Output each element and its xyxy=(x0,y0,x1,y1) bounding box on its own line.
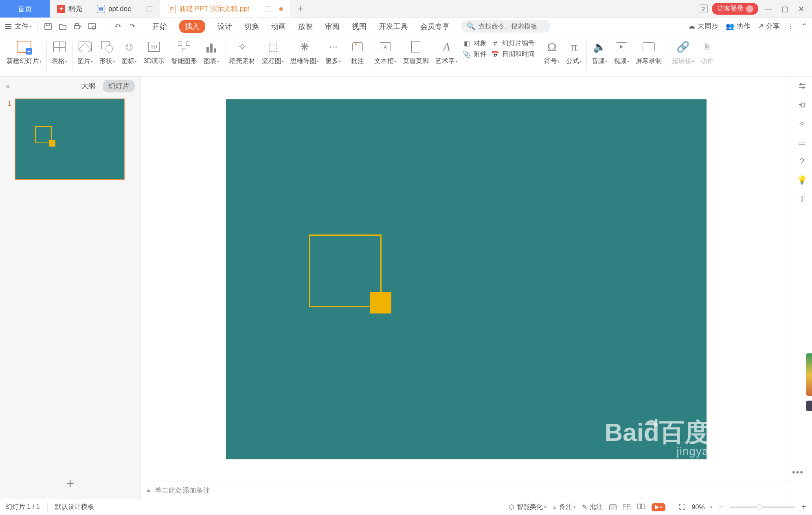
bulb-icon[interactable]: 💡 xyxy=(797,175,807,185)
adjust-icon[interactable]: ⟲ xyxy=(797,100,807,110)
sliders-icon[interactable] xyxy=(797,81,807,91)
tab-design[interactable]: 设计 xyxy=(217,22,232,31)
tab-ppt-active[interactable]: P 新建 PPT 演示文稿.ppt xyxy=(160,0,290,18)
object-button[interactable]: ◧对象 xyxy=(463,39,487,48)
slide-1[interactable] xyxy=(226,99,707,459)
dark-tab-icon[interactable] xyxy=(806,401,812,411)
reading-view-icon[interactable] xyxy=(637,503,645,511)
formula-button[interactable]: π 公式▾ xyxy=(563,38,585,76)
header-footer-button[interactable]: 页眉页脚 xyxy=(399,38,432,76)
zoom-slider[interactable] xyxy=(730,506,795,508)
comment-button[interactable]: ✦ 批注 xyxy=(348,38,367,76)
collapse-ribbon-icon[interactable]: ⌃ xyxy=(801,22,807,31)
tab-member[interactable]: 会员专享 xyxy=(420,22,450,31)
print-icon[interactable]: ▾ xyxy=(73,22,82,31)
unsync-button[interactable]: ☁未同步 xyxy=(688,22,718,31)
3d-button[interactable]: 3D 3D演示 xyxy=(140,38,168,76)
textbox-button[interactable]: A 文本框▾ xyxy=(371,38,399,76)
shape-button[interactable]: 形状▾ xyxy=(96,38,118,76)
ribbon-tabs: 开始 插入 设计 切换 动画 放映 审阅 视图 开发工具 会员专享 xyxy=(152,20,450,33)
maximize-button[interactable]: ▢ xyxy=(779,3,791,15)
more-icon[interactable]: ⋮ xyxy=(787,22,794,31)
collapse-panel-icon[interactable]: « xyxy=(6,82,10,90)
notes-placeholder: 单击此处添加备注 xyxy=(155,486,210,495)
more-button[interactable]: ⋯ 更多▾ xyxy=(322,38,344,76)
login-button[interactable]: 访客登录 xyxy=(712,3,758,15)
table-button[interactable]: 表格▾ xyxy=(48,38,70,76)
wordart-button[interactable]: A 艺术字▾ xyxy=(432,38,461,76)
share-button[interactable]: ↗分享 xyxy=(758,22,780,31)
search-input[interactable] xyxy=(478,23,545,30)
symbol-button[interactable]: Ω 符号▾ xyxy=(541,38,563,76)
new-tab-button[interactable]: + xyxy=(290,0,310,18)
beautify-button[interactable]: ⬡智能美化▾ xyxy=(509,503,546,511)
status-right: ⬡智能美化▾ ≡备注▾ ✎批注 ▾ ⛶ 90%▾ − + xyxy=(509,502,806,512)
template-label[interactable]: 默认设计模板 xyxy=(55,503,94,511)
chart-button[interactable]: 图表▾ xyxy=(200,38,222,76)
slidenum-button[interactable]: #幻灯片编号 xyxy=(492,39,535,48)
sorter-view-icon[interactable] xyxy=(623,504,630,510)
close-button[interactable]: ✕ xyxy=(795,3,807,15)
icon-button[interactable]: ☺ 图标▾ xyxy=(118,38,140,76)
flowchart-button[interactable]: ⬚ 流程图▾ xyxy=(259,38,287,76)
shape-filled-square[interactable] xyxy=(370,292,391,313)
audio-button[interactable]: 🔈 音频▾ xyxy=(588,38,610,76)
slide-thumbnail-1[interactable] xyxy=(15,99,125,180)
new-slide-button[interactable]: 新建幻灯片▾ xyxy=(3,38,45,76)
search-box[interactable]: 🔍 xyxy=(461,20,551,33)
open-icon[interactable] xyxy=(58,22,67,31)
zoom-in-button[interactable]: + xyxy=(801,502,806,512)
tab-slideshow[interactable]: 放映 xyxy=(298,22,313,31)
undo-icon[interactable]: ↶▾ xyxy=(113,22,122,31)
tab-review[interactable]: 审阅 xyxy=(325,22,340,31)
smartart-button[interactable]: 智能图形 xyxy=(168,38,200,76)
datetime-button[interactable]: 📅日期和时间 xyxy=(492,50,535,59)
tab-view[interactable]: 视图 xyxy=(352,22,366,31)
doke-resource-button[interactable]: ✧ 稻壳素材 xyxy=(226,38,259,76)
zoom-label[interactable]: 90% xyxy=(692,504,705,511)
outline-tab[interactable]: 大纲 xyxy=(81,81,95,91)
pi-icon: π xyxy=(571,40,577,54)
slide-canvas[interactable]: Baidี百度 经验 jingyan.baidu.com xyxy=(141,77,792,482)
action-button: 🖱 动作 xyxy=(697,38,717,76)
slideshow-button[interactable]: ▾ xyxy=(652,503,665,511)
tab-animation[interactable]: 动画 xyxy=(271,22,286,31)
tab-home[interactable]: 首页 xyxy=(0,0,50,18)
add-slide-button[interactable]: + xyxy=(0,468,140,499)
template-icon[interactable]: ▭ xyxy=(797,138,807,147)
collab-button[interactable]: 👥协作 xyxy=(726,22,751,31)
help-icon[interactable]: ? xyxy=(797,156,807,166)
normal-view-icon[interactable] xyxy=(609,504,617,510)
tab-devtools[interactable]: 开发工具 xyxy=(379,22,408,31)
tab-doke[interactable]: ✦ 稻壳 xyxy=(50,0,90,18)
notes-bar[interactable]: ≡ 单击此处添加备注 ••• xyxy=(141,482,792,499)
screen-record-button[interactable]: 屏幕录制 xyxy=(632,38,665,76)
textbox-icon: A xyxy=(380,42,391,51)
fit-icon[interactable]: ⛶ xyxy=(679,504,685,511)
notification-badge[interactable]: 2 xyxy=(699,4,708,13)
tab-insert[interactable]: 插入 xyxy=(179,20,205,33)
zoom-knob[interactable] xyxy=(757,504,762,510)
menu-icon[interactable] xyxy=(5,24,11,29)
slides-tab[interactable]: 幻灯片 xyxy=(103,80,135,92)
mindmap-button[interactable]: ❋ 思维导图▾ xyxy=(287,38,322,76)
attach-button[interactable]: 📎附件 xyxy=(463,50,487,59)
picture-button[interactable]: 图片▾ xyxy=(74,38,96,76)
more-options-icon[interactable]: ••• xyxy=(792,467,804,478)
text-icon[interactable]: T xyxy=(797,194,807,204)
video-button[interactable]: 视频▾ xyxy=(610,38,632,76)
save-icon[interactable] xyxy=(44,22,53,31)
zoom-out-button[interactable]: − xyxy=(719,502,724,512)
redo-icon[interactable]: ↷ xyxy=(128,22,137,31)
notes-toggle[interactable]: ≡备注▾ xyxy=(553,503,575,511)
tab-doc[interactable]: W ppt.doc xyxy=(90,0,160,18)
color-tab-icon[interactable] xyxy=(806,353,812,396)
preview-icon[interactable] xyxy=(88,22,97,31)
comment-toggle[interactable]: ✎批注 xyxy=(582,503,603,511)
file-menu[interactable]: 文件▾ xyxy=(15,22,32,31)
minimize-button[interactable]: — xyxy=(762,3,775,15)
tab-start[interactable]: 开始 xyxy=(152,22,167,31)
ribbon-insert: 新建幻灯片▾ 表格▾ 图片▾ 形状▾ ☺ 图标▾ 3D 3D演示 智能图形 图表… xyxy=(0,35,812,77)
star-icon[interactable]: ✧ xyxy=(797,119,807,129)
tab-transition[interactable]: 切换 xyxy=(244,22,259,31)
